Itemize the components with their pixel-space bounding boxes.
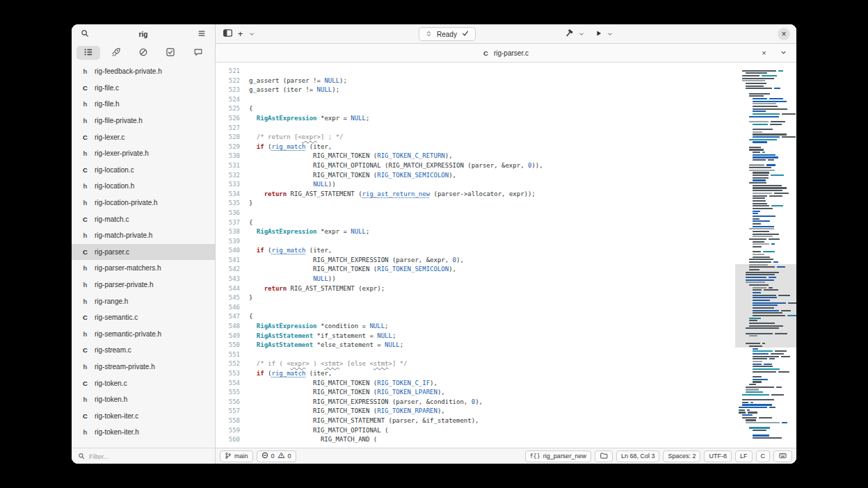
code-line[interactable]: RigAstStatement *else_statement = NULL;: [249, 341, 796, 350]
code-line[interactable]: [249, 95, 796, 105]
search-button[interactable]: [78, 27, 92, 41]
code-line[interactable]: RIG_MATCH_TOKEN (RIG_TOKEN_LPAREN),: [249, 388, 796, 398]
file-row[interactable]: hrig-lexer-private.h: [72, 145, 215, 162]
file-row[interactable]: Crig-file.c: [72, 80, 215, 97]
file-row[interactable]: Crig-location.c: [72, 162, 215, 179]
file-row[interactable]: Crig-token-iter.c: [72, 407, 215, 424]
toggle-sidebar-button[interactable]: [221, 27, 234, 41]
run-button[interactable]: [593, 27, 604, 41]
code-line[interactable]: RIG_MATCH_TOKEN (RIG_TOKEN_C_IF),: [249, 379, 796, 389]
branch-indicator[interactable]: main: [220, 450, 253, 462]
minimap[interactable]: [735, 63, 796, 448]
code-line[interactable]: RIG_MATCH_OPTIONAL (: [249, 426, 796, 436]
code-line[interactable]: [249, 124, 796, 133]
file-row[interactable]: Crig-semantic.c: [72, 309, 215, 326]
indentation-indicator[interactable]: Spaces: 2: [663, 450, 700, 462]
code-line[interactable]: }: [249, 199, 796, 209]
code-line[interactable]: RIG_MATCH_OPTIONAL (RIG_MATCH_EXPRESSION…: [249, 161, 796, 171]
code-line[interactable]: RIG_MATCH_TOKEN (RIG_TOKEN_SEMICOLON),: [249, 265, 796, 275]
code-line[interactable]: {: [249, 312, 796, 322]
code-line[interactable]: [249, 209, 796, 218]
code-line[interactable]: NULL)): [249, 180, 796, 190]
code-line[interactable]: RIG_MATCH_EXPRESSION (parser, &expr, 0),: [249, 256, 796, 266]
file-row[interactable]: hrig-token-iter.h: [72, 424, 215, 441]
file-row[interactable]: hrig-range.h: [72, 293, 215, 309]
tab-build-pipeline[interactable]: [104, 46, 128, 60]
code-line[interactable]: NULL)): [249, 275, 796, 284]
tab-close-button[interactable]: ×: [759, 46, 769, 60]
minimap-bar: [749, 93, 770, 95]
code-line[interactable]: g_assert (parser != NULL);: [249, 76, 796, 86]
minimap-bar: [753, 376, 762, 377]
code-content[interactable]: g_assert (parser != NULL);g_assert (iter…: [245, 63, 796, 448]
file-row[interactable]: hrig-feedback-private.h: [72, 63, 215, 80]
line-number: 553: [216, 369, 240, 379]
file-row[interactable]: hrig-location-private.h: [72, 195, 215, 211]
language-indicator[interactable]: C: [756, 450, 771, 462]
code-line[interactable]: return RIG_AST_STATEMENT (expr);: [249, 284, 796, 294]
file-row[interactable]: hrig-location.h: [72, 178, 215, 195]
code-line[interactable]: if (rig_match (iter,: [249, 246, 796, 256]
code-line[interactable]: [249, 350, 796, 360]
code-line[interactable]: RigAstExpression *expr = NULL;: [249, 114, 796, 124]
code-line[interactable]: RIG_MATCH_STATEMENT (parser, &if_stateme…: [249, 416, 796, 426]
line-ending-indicator[interactable]: LF: [735, 450, 753, 462]
new-tab-dropdown[interactable]: [246, 27, 257, 41]
code-line[interactable]: if (rig_match (iter,: [249, 143, 796, 152]
code-line[interactable]: RIG_MATCH_TOKEN (RIG_TOKEN_SEMICOLON),: [249, 171, 796, 181]
tab-rig-parser[interactable]: C rig-parser.c: [483, 49, 529, 57]
file-row[interactable]: Crig-token.c: [72, 375, 215, 391]
code-line[interactable]: /* if ( <expr> ) <stmt> [else <stmt>] */: [249, 359, 796, 369]
file-row[interactable]: Crig-match.c: [72, 211, 215, 227]
diagnostics-indicator[interactable]: 0 0: [257, 450, 296, 462]
current-symbol-indicator[interactable]: f{} rig_parser_new: [525, 450, 591, 462]
minimap-bar: [753, 254, 764, 255]
cursor-position-indicator[interactable]: Ln 68, Col 3: [616, 450, 660, 462]
file-row[interactable]: hrig-parser-private.h: [72, 277, 215, 293]
build-dropdown[interactable]: [576, 27, 586, 41]
file-row[interactable]: Crig-parser.c: [72, 244, 215, 261]
new-tab-button[interactable]: +: [235, 27, 246, 41]
code-line[interactable]: g_assert (iter != NULL);: [249, 86, 796, 95]
build-button[interactable]: [563, 27, 575, 41]
file-row[interactable]: hrig-file-private.h: [72, 113, 215, 129]
tab-project-files[interactable]: [77, 46, 100, 60]
run-dropdown[interactable]: [604, 27, 615, 41]
code-line[interactable]: {: [249, 104, 796, 114]
minimap-viewport[interactable]: [735, 264, 796, 348]
tab-diagnostics[interactable]: [131, 46, 155, 60]
build-status-omnibar[interactable]: Ready: [419, 27, 476, 41]
code-line[interactable]: }: [249, 293, 796, 303]
window-close-button[interactable]: ×: [778, 28, 790, 40]
code-line[interactable]: RigAstExpression *condition = NULL;: [249, 322, 796, 332]
code-line[interactable]: if (rig_match (iter,: [249, 369, 796, 379]
project-folder-button[interactable]: [595, 450, 613, 462]
code-line[interactable]: RIG_MATCH_TOKEN (RIG_TOKEN_C_RETURN),: [249, 152, 796, 161]
keyboard-button[interactable]: [773, 450, 792, 462]
filter-input[interactable]: Filter...: [72, 448, 215, 464]
code-line[interactable]: RIG_MATCH_AND (: [249, 435, 796, 445]
file-row[interactable]: Crig-lexer.c: [72, 129, 215, 145]
code-line[interactable]: [249, 303, 796, 313]
code-line[interactable]: [249, 237, 796, 247]
code-line[interactable]: return RIG_AST_STATEMENT (rig_ast_return…: [249, 190, 796, 200]
file-row[interactable]: hrig-parser-matchers.h: [72, 260, 215, 277]
code-line[interactable]: RigAstStatement *if_statement = NULL;: [249, 332, 796, 341]
file-row[interactable]: hrig-token.h: [72, 391, 215, 408]
code-line[interactable]: /* return [<expr>] ; */: [249, 133, 796, 143]
tab-todo[interactable]: [159, 46, 182, 60]
file-row[interactable]: hrig-semantic-private.h: [72, 326, 215, 343]
file-row[interactable]: hrig-match-private.h: [72, 227, 215, 244]
encoding-indicator[interactable]: UTF-8: [704, 450, 732, 462]
menu-button[interactable]: [195, 27, 209, 41]
tab-comments[interactable]: [186, 46, 210, 60]
tab-list-dropdown[interactable]: [778, 46, 789, 60]
code-line[interactable]: RIG_MATCH_EXPRESSION (parser, &condition…: [249, 398, 796, 407]
file-row[interactable]: Crig-stream.c: [72, 342, 215, 359]
code-line[interactable]: [249, 67, 796, 76]
code-line[interactable]: RigAstExpression *expr = NULL;: [249, 227, 796, 237]
file-row[interactable]: hrig-file.h: [72, 96, 215, 113]
file-row[interactable]: hrig-stream-private.h: [72, 359, 215, 375]
code-line[interactable]: {: [249, 218, 796, 228]
code-line[interactable]: RIG_MATCH_TOKEN (RIG_TOKEN_RPAREN),: [249, 407, 796, 416]
